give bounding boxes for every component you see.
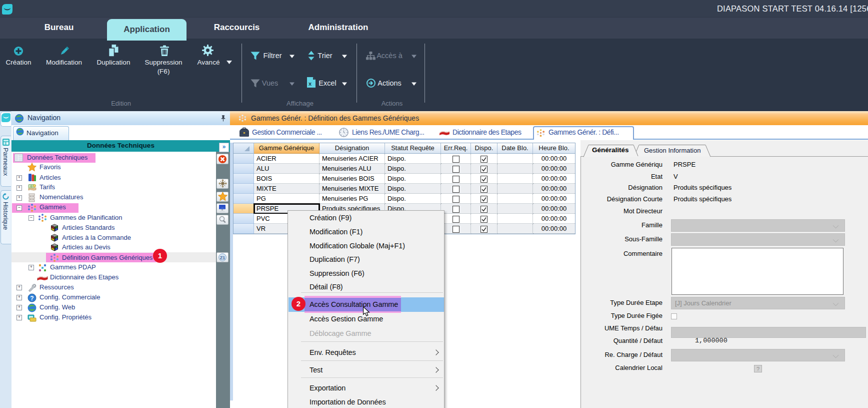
svg-text:?: ? xyxy=(30,295,34,302)
svg-text:x: x xyxy=(308,81,312,87)
svg-text:Z1: Z1 xyxy=(220,255,226,260)
